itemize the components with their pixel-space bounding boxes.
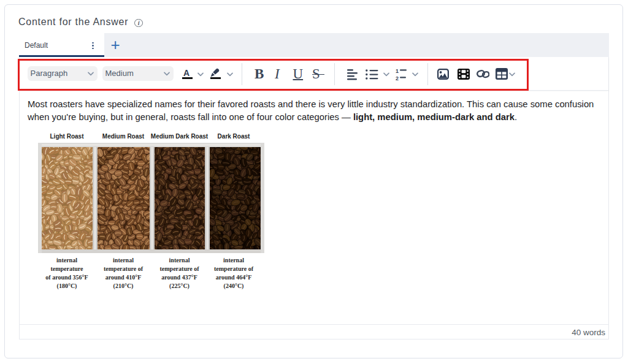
svg-text:Medium Dark Roast: Medium Dark Roast [151, 133, 209, 140]
svg-text:around 464°F: around 464°F [216, 274, 252, 281]
svg-text:(225°C): (225°C) [169, 282, 190, 290]
svg-text:temperature of: temperature of [104, 265, 144, 272]
svg-text:Light Roast: Light Roast [50, 133, 85, 140]
svg-text:(210°C): (210°C) [113, 282, 134, 290]
svg-text:(180°C): (180°C) [57, 282, 77, 290]
svg-text:Dark Roast: Dark Roast [218, 133, 250, 140]
svg-text:temperature: temperature [50, 265, 83, 272]
svg-text:around 437°F: around 437°F [161, 274, 197, 281]
svg-text:Medium Roast: Medium Roast [102, 133, 145, 140]
svg-text:internal: internal [113, 257, 134, 264]
svg-text:(240°C): (240°C) [224, 282, 244, 290]
svg-text:of around 356°F: of around 356°F [45, 274, 88, 281]
svg-text:temperature of: temperature of [160, 265, 200, 272]
svg-text:temperature of: temperature of [214, 265, 254, 272]
svg-text:around 410°F: around 410°F [105, 274, 142, 281]
svg-text:internal: internal [169, 257, 190, 264]
svg-text:internal: internal [223, 257, 244, 264]
svg-text:internal: internal [56, 257, 77, 264]
